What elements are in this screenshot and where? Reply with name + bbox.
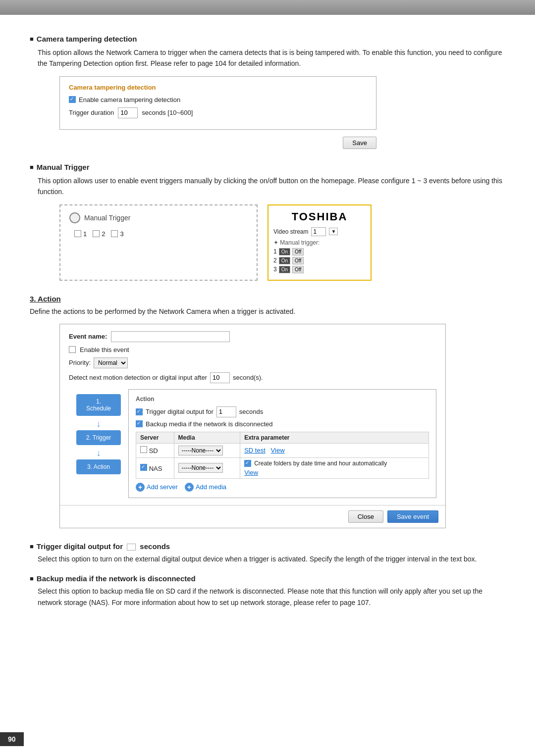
priority-label: Priority: (69, 359, 91, 366)
table-row-sd: SD -----None----- SD test (136, 443, 429, 457)
col-extra: Extra parameter (240, 432, 429, 443)
trigger-row-3: 3 On Off (273, 266, 366, 273)
enable-checkbox[interactable] (69, 96, 76, 103)
save-btn-row: Save (59, 137, 376, 149)
enable-event-label: Enable this event (80, 346, 129, 353)
trigger-duration-label: Trigger duration (69, 109, 114, 116)
stream-dropdown-icon[interactable]: ▼ (329, 228, 338, 235)
enable-checkbox-label[interactable]: Enable camera tampering detection (69, 96, 180, 103)
table-row-nas: NAS -----None----- (136, 457, 429, 478)
event-form: Event name: Enable this event Priority: … (59, 324, 446, 528)
priority-select[interactable]: Normal High Low (94, 357, 128, 368)
camera-tampering-section: Camera tampering detection This option a… (30, 35, 505, 149)
detect-label: Detect next motion detection or digital … (69, 374, 207, 381)
sd-view-link[interactable]: View (271, 447, 285, 454)
trigger-3-off[interactable]: Off (292, 266, 304, 273)
step-trigger[interactable]: 2. Trigger (76, 430, 121, 445)
trigger-3-on[interactable]: On (279, 266, 290, 273)
close-button[interactable]: Close (348, 510, 383, 523)
trigger-digital-section-title: Trigger digital output for seconds (30, 542, 505, 551)
event-form-inner: Event name: Enable this event Priority: … (60, 324, 445, 505)
mt-check-2: 2 (93, 230, 105, 238)
manual-trigger-panel-label: ✦ Manual trigger: (273, 239, 366, 246)
manual-trigger-box-title: Manual Trigger (69, 212, 248, 223)
detect-row: Detect next motion detection or digital … (69, 372, 436, 383)
backup-media-label: Backup media if the network is disconnec… (146, 420, 273, 428)
manual-trigger-box: Manual Trigger 1 2 3 (59, 204, 258, 281)
nas-view-link[interactable]: View (244, 469, 258, 476)
video-stream-row: Video stream ▼ (273, 227, 366, 236)
sd-label: SD (149, 447, 158, 454)
nas-checkbox[interactable] (140, 464, 147, 471)
toshiba-panel: TOSHIBA Video stream ▼ ✦ Manual trigger:… (268, 204, 372, 281)
action-section: 3. Action Define the actions to be perfo… (30, 295, 505, 528)
nas-media-cell: -----None----- (174, 457, 240, 478)
sd-media-cell: -----None----- (174, 443, 240, 457)
add-server-label: Add server (147, 483, 178, 491)
trigger-digital-section-desc: Select this option to turn on the extern… (38, 554, 505, 564)
event-name-label: Event name: (69, 333, 107, 340)
camera-tampering-box-title: Camera tampering detection (69, 84, 367, 91)
manual-trigger-section: Manual Trigger This option allows user t… (30, 163, 505, 281)
enable-event-checkbox[interactable] (69, 346, 76, 353)
sd-extra-cell: SD test View (240, 443, 429, 457)
step-schedule[interactable]: 1. Schedule (76, 394, 121, 416)
backup-media-checkbox[interactable] (136, 420, 143, 427)
nas-media-select[interactable]: -----None----- (178, 463, 223, 473)
backup-section: Backup media if the network is disconnec… (30, 574, 505, 608)
add-row: + Add server + Add media (136, 483, 429, 492)
add-media-icon: + (185, 483, 194, 492)
steps-and-action: 1. Schedule ↓ 2. Trigger ↓ 3. Action Act… (69, 389, 436, 498)
add-media-btn[interactable]: + Add media (185, 483, 226, 492)
detect-value-input[interactable] (210, 372, 230, 383)
add-server-icon: + (136, 483, 145, 492)
server-media-table: Server Media Extra parameter SD (136, 432, 429, 479)
sd-test-link[interactable]: SD test (244, 447, 266, 454)
event-form-buttons: Close Save event (60, 505, 445, 528)
backup-section-title: Backup media if the network is disconnec… (30, 574, 505, 583)
sd-media-select[interactable]: -----None----- (178, 446, 223, 455)
steps-sidebar: 1. Schedule ↓ 2. Trigger ↓ 3. Action (69, 389, 128, 498)
action-section-description: Define the actions to be performed by th… (30, 306, 505, 317)
step-action[interactable]: 3. Action (76, 459, 121, 474)
mt-checkbox-1[interactable] (74, 230, 81, 237)
trigger-2-on[interactable]: On (279, 257, 290, 264)
save-event-button[interactable]: Save event (387, 510, 438, 523)
action-panel-title: Action (136, 396, 429, 403)
mt-checkbox-3[interactable] (111, 230, 118, 237)
trigger-digital-label: Trigger digital output for (146, 408, 214, 415)
trigger-row-1: 1 On Off (273, 248, 366, 255)
mt-label-1: 1 (83, 230, 87, 238)
trigger-digital-section: Trigger digital output for seconds Selec… (30, 542, 505, 564)
nas-extra-cell: Create folders by date time and hour aut… (240, 457, 429, 478)
action-panel: Action Trigger digital output for second… (128, 389, 436, 498)
event-name-input[interactable] (111, 331, 230, 342)
manual-trigger-title: Manual Trigger (30, 163, 505, 171)
camera-tampering-title: Camera tampering detection (30, 35, 505, 43)
camera-tampering-box: Camera tampering detection Enable camera… (59, 76, 376, 130)
trigger-num-3: 3 (273, 266, 277, 273)
enable-label: Enable camera tampering detection (79, 96, 180, 103)
nas-auto-checkbox[interactable] (244, 460, 251, 467)
trigger-duration-input[interactable] (118, 107, 138, 118)
video-stream-input[interactable] (311, 227, 326, 236)
add-server-btn[interactable]: + Add server (136, 483, 178, 492)
nas-extra-label: Create folders by date time and hour aut… (254, 460, 387, 467)
mt-check-3: 3 (111, 230, 123, 238)
nas-label: NAS (149, 465, 162, 472)
trigger-2-off[interactable]: Off (292, 257, 304, 264)
trigger-num-1: 1 (273, 248, 277, 255)
sd-checkbox[interactable] (140, 446, 147, 453)
save-button[interactable]: Save (343, 137, 376, 149)
video-stream-label: Video stream (273, 228, 308, 235)
trigger-digital-input[interactable] (216, 406, 236, 417)
trigger-1-on[interactable]: On (279, 248, 290, 255)
gear-icon (69, 212, 80, 223)
trigger-digital-checkbox[interactable] (136, 408, 143, 415)
mt-checkbox-2[interactable] (93, 230, 100, 237)
add-media-label: Add media (196, 483, 226, 491)
trigger-1-off[interactable]: Off (292, 248, 304, 255)
step-arrow-2: ↓ (97, 448, 101, 458)
enable-event-row: Enable this event (69, 346, 436, 353)
nas-server-cell: NAS (136, 457, 174, 478)
